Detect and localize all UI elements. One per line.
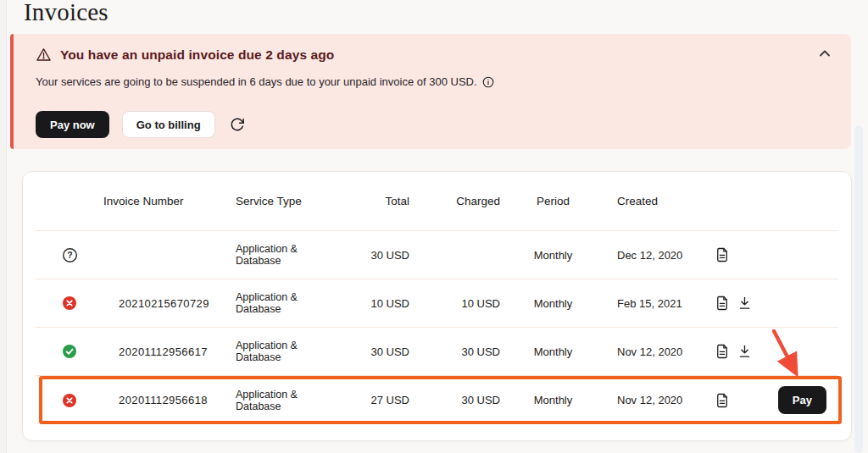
banner-collapse-button[interactable] — [815, 44, 834, 63]
header-service-type: Service Type — [227, 195, 337, 207]
status-unknown-icon: ? — [62, 247, 78, 263]
table-row: ? 20201112956617 Application & Database … — [36, 328, 838, 376]
banner-accent-stripe — [10, 34, 14, 149]
actions-cell — [704, 296, 767, 311]
actions-cell — [704, 393, 767, 408]
created-cell: Nov 12, 2020 — [606, 345, 704, 358]
charged-cell: 30 USD — [409, 394, 500, 406]
status-paid-icon — [63, 345, 76, 358]
header-charged: Charged — [409, 195, 500, 207]
header-total: Total — [337, 195, 409, 207]
period-cell: Monthly — [500, 249, 606, 262]
refresh-icon — [230, 117, 245, 132]
go-to-billing-button[interactable]: Go to billing — [122, 111, 215, 138]
charged-cell: 10 USD — [409, 297, 500, 310]
period-cell: Monthly — [500, 394, 606, 406]
info-icon[interactable] — [482, 76, 494, 88]
pay-button[interactable]: Pay — [778, 386, 826, 414]
status-cell: ? — [36, 247, 103, 263]
status-failed-icon — [63, 296, 76, 310]
total-cell: 27 USD — [337, 394, 409, 406]
table-row: ? 20210215670729 Application & Database … — [36, 279, 838, 328]
service-type-cell: Application & Database — [227, 389, 337, 412]
invoice-view-button[interactable] — [715, 344, 729, 359]
header-invoice-number: Invoice Number — [103, 195, 227, 207]
document-icon — [715, 247, 729, 262]
service-type-cell: Application & Database — [227, 243, 337, 267]
refresh-button[interactable] — [228, 115, 247, 134]
warning-triangle-icon — [36, 47, 52, 63]
invoice-download-button[interactable] — [738, 296, 751, 310]
vertical-scrollbar[interactable] — [854, 125, 863, 453]
document-icon — [715, 344, 729, 359]
document-icon — [715, 393, 729, 408]
invoice-view-button[interactable] — [715, 247, 729, 262]
created-cell: Feb 15, 2021 — [606, 297, 704, 310]
download-icon — [738, 296, 751, 310]
period-cell: Monthly — [500, 345, 606, 358]
pay-cell: Pay — [767, 386, 838, 414]
invoice-view-button[interactable] — [715, 393, 729, 408]
total-cell: 30 USD — [337, 345, 409, 358]
pay-now-button[interactable]: Pay now — [36, 111, 109, 138]
invoice-view-button[interactable] — [715, 296, 729, 311]
page-left-gutter — [0, 0, 7, 453]
header-period: Period — [500, 195, 606, 207]
svg-text:?: ? — [67, 251, 72, 260]
charged-cell: 30 USD — [409, 345, 500, 358]
created-cell: Dec 12, 2020 — [606, 249, 704, 262]
banner-body-text: Your services are going to be suspended … — [36, 75, 477, 88]
created-cell: Nov 12, 2020 — [606, 394, 704, 406]
document-icon — [715, 296, 729, 311]
period-cell: Monthly — [500, 297, 606, 310]
download-icon — [738, 345, 751, 358]
total-cell: 10 USD — [337, 297, 409, 310]
unpaid-invoice-banner: You have an unpaid invoice due 2 days ag… — [10, 34, 851, 149]
header-created: Created — [606, 195, 704, 207]
status-cell: ? — [36, 394, 103, 407]
service-type-cell: Application & Database — [227, 291, 337, 315]
actions-cell — [704, 247, 767, 262]
page-title: Invoices — [24, 0, 108, 26]
total-cell: 30 USD — [337, 249, 409, 262]
invoice-download-button[interactable] — [738, 345, 751, 358]
chevron-up-icon — [820, 50, 830, 57]
banner-title: You have an unpaid invoice due 2 days ag… — [60, 47, 334, 63]
invoice-number-cell: 20201112956617 — [103, 345, 227, 358]
invoice-number-cell: 20210215670729 — [103, 297, 227, 310]
actions-cell — [704, 344, 767, 359]
status-cell: ? — [36, 296, 103, 310]
invoice-number-cell: 20201112956618 — [103, 394, 227, 406]
table-header-row: Invoice Number Service Type Total Charge… — [36, 172, 838, 231]
table-row: ? 20201112956618 Application & Database … — [36, 376, 838, 424]
table-row: ? Application & Database 30 USD Monthly … — [36, 231, 838, 279]
status-cell: ? — [36, 345, 103, 358]
invoices-card: Invoice Number Service Type Total Charge… — [22, 171, 852, 441]
service-type-cell: Application & Database — [227, 340, 337, 363]
status-failed-icon — [63, 394, 76, 407]
table-body: ? Application & Database 30 USD Monthly … — [36, 231, 838, 424]
